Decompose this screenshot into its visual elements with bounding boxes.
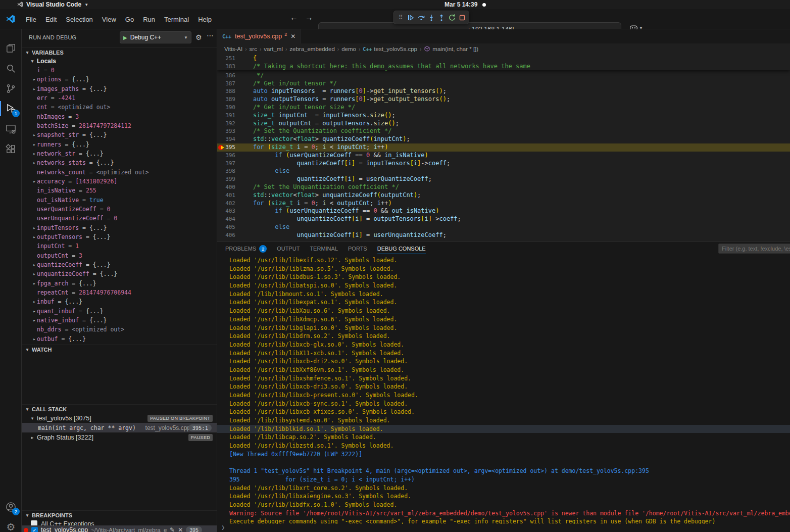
line-number[interactable]: 389	[224, 95, 238, 104]
menu-help[interactable]: Help	[193, 14, 216, 25]
variables-section-header[interactable]: ▾ VARIABLES	[22, 47, 217, 57]
gutter-breakpoint-zone[interactable]	[217, 63, 224, 71]
step-over-button[interactable]	[416, 12, 426, 23]
line-number[interactable]: 397	[224, 160, 238, 168]
twistie-icon[interactable]: ▸	[32, 160, 37, 165]
variable-row-nbImages[interactable]: nbImages = 3	[22, 112, 217, 121]
variable-row-outbuf[interactable]: ▸outbuf = {...}	[22, 334, 217, 344]
gutter-breakpoint-zone[interactable]	[217, 223, 224, 231]
line-number[interactable]: 394	[224, 135, 238, 143]
gutter-breakpoint-zone[interactable]	[217, 72, 224, 80]
twistie-icon[interactable]: ▸	[32, 271, 37, 276]
variable-row-inputCnt[interactable]: inputCnt = 1	[22, 241, 217, 251]
step-into-button[interactable]	[426, 12, 436, 23]
gutter-breakpoint-zone[interactable]	[217, 135, 224, 143]
variable-row-outputCnt[interactable]: outputCnt = 3	[22, 251, 217, 260]
call-stack-thread[interactable]: ▾test_yolov5s [3075]PAUSED ON BREAKPOINT	[22, 413, 217, 423]
menu-go[interactable]: Go	[121, 14, 138, 25]
breakpoint-row[interactable]: ✓test_yolov5s.cpp~/Vitis-AI/src/vart_ml/…	[22, 525, 217, 532]
nav-back-icon[interactable]: ←	[290, 13, 298, 22]
more-actions-icon[interactable]: ⋯	[207, 31, 214, 39]
variable-row-nb_ddrs[interactable]: nb_ddrs = <optimized out>	[22, 325, 217, 334]
activity-item-accounts[interactable]: 2	[0, 497, 22, 517]
launch-config-dropdown[interactable]: ▶ Debug C++ ▼	[120, 31, 191, 43]
twistie-icon[interactable]: ▸	[32, 86, 37, 91]
gutter-breakpoint-zone[interactable]	[217, 127, 224, 135]
gutter-breakpoint-zone[interactable]	[217, 215, 224, 223]
line-number[interactable]: 383	[224, 63, 238, 71]
gutter-breakpoint-zone[interactable]	[217, 152, 224, 160]
stop-button[interactable]	[458, 12, 467, 23]
panel-tab-problems[interactable]: PROBLEMS2	[225, 242, 267, 255]
line-number[interactable]: 388	[224, 87, 238, 95]
restart-button[interactable]	[447, 12, 457, 23]
console-input-prompt[interactable]: ❯	[221, 524, 225, 531]
gutter-breakpoint-zone[interactable]	[217, 120, 224, 128]
breakpoints-section-header[interactable]: ▾ BREAKPOINTS	[22, 510, 217, 519]
panel-tab-debug-console[interactable]: DEBUG CONSOLE	[377, 242, 426, 255]
twistie-icon[interactable]: ▸	[32, 299, 37, 304]
gutter-breakpoint-zone[interactable]	[217, 87, 224, 95]
nav-forward-icon[interactable]: →	[305, 13, 313, 22]
step-out-button[interactable]	[437, 12, 447, 23]
clock[interactable]: Mar 5 14:39	[445, 1, 486, 8]
watch-section-header[interactable]: ▾ WATCH	[22, 345, 217, 354]
gutter-breakpoint-zone[interactable]	[217, 200, 224, 208]
gutter-breakpoint-zone[interactable]	[217, 207, 224, 215]
stack-frame[interactable]: main(int argc, char ** argv)test_yolov5s…	[22, 423, 217, 432]
variable-row-inputTensors[interactable]: ▸inputTensors = {...}	[22, 223, 217, 232]
activity-item-explorer[interactable]	[0, 38, 22, 58]
console-filter-input[interactable]	[718, 244, 790, 254]
line-number[interactable]: 399	[224, 175, 238, 183]
variable-row-in_isNative[interactable]: in_isNative = 255	[22, 186, 217, 195]
line-number[interactable]: 391	[224, 112, 238, 120]
variable-row-snapshot_str[interactable]: ▸snapshot_str = {...}	[22, 130, 217, 139]
breadcrumb-item[interactable]: zebra_embedded	[289, 46, 335, 52]
scope-locals[interactable]: ▾ Locals	[22, 57, 217, 66]
line-number[interactable]: 392	[224, 120, 238, 128]
variable-row-outputTensors[interactable]: ▸outputTensors = {...}	[22, 232, 217, 241]
activity-item-source-control[interactable]	[0, 78, 22, 99]
gutter-breakpoint-zone[interactable]	[217, 112, 224, 120]
variable-row-native_inbuf[interactable]: ▸native_inbuf = {...}	[22, 316, 217, 325]
menu-file[interactable]: File	[21, 14, 41, 25]
gutter-breakpoint-zone[interactable]	[217, 191, 224, 200]
panel-tab-terminal[interactable]: TERMINAL	[310, 242, 338, 255]
panel-tab-output[interactable]: OUTPUT	[277, 242, 300, 255]
variable-row-fpga_arch[interactable]: ▸fpga_arch = {...}	[22, 279, 217, 288]
call-stack-section-header[interactable]: ▾ CALL STACK	[22, 404, 217, 413]
variable-row-userUnquantizeCoeff[interactable]: userUnquantizeCoeff = 0	[22, 214, 217, 223]
variable-row-i[interactable]: i = 0	[22, 66, 217, 75]
variable-row-runners[interactable]: ▸runners = {...}	[22, 140, 217, 149]
call-stack-thread[interactable]: ▸Graph Status [3222]PAUSED	[22, 432, 217, 442]
line-number[interactable]: 400	[224, 183, 238, 191]
twistie-icon[interactable]: ▸	[32, 281, 37, 286]
gutter-breakpoint-zone[interactable]	[217, 80, 224, 88]
variable-row-inbuf[interactable]: ▸inbuf = {...}	[22, 297, 217, 306]
twistie-icon[interactable]: ▸	[32, 77, 37, 82]
variable-row-quant_inbuf[interactable]: ▸quant_inbuf = {...}	[22, 307, 217, 316]
variable-row-network_str[interactable]: ▸network_str = {...}	[22, 149, 217, 158]
menu-terminal[interactable]: Terminal	[160, 14, 193, 25]
variable-row-cnt[interactable]: cnt = <optimized out>	[22, 103, 217, 112]
gutter-breakpoint-zone[interactable]	[217, 55, 224, 63]
activity-item-settings[interactable]: ⚙	[0, 517, 22, 532]
twistie-icon[interactable]: ▸	[32, 225, 37, 230]
gutter-breakpoint-zone[interactable]	[217, 167, 224, 175]
variable-row-out_isNative[interactable]: out_isNative = true	[22, 196, 217, 205]
line-number[interactable]: 393	[224, 127, 238, 135]
gutter-breakpoint-zone[interactable]	[217, 175, 224, 183]
variable-row-unquantizeCoeff[interactable]: ▸unquantizeCoeff = {...}	[22, 269, 217, 278]
breadcrumb-item[interactable]: Vitis-AI	[224, 46, 242, 52]
variable-row-images_paths[interactable]: ▸images_paths = {...}	[22, 84, 217, 93]
line-number[interactable]: 395	[224, 143, 238, 152]
variable-row-err[interactable]: err = -4241	[22, 93, 217, 103]
tab-test-yolov5s[interactable]: C++ test_yolov5s.cpp 2 ✕	[217, 29, 301, 43]
line-number[interactable]: 251	[224, 55, 238, 63]
line-number[interactable]: 386	[224, 72, 238, 80]
activity-item-run-and-debug[interactable]: 1	[0, 99, 22, 119]
edit-pencil-icon[interactable]: ✎	[170, 526, 175, 532]
variable-row-accuracy[interactable]: ▸accuracy = [1431802926]	[22, 177, 217, 186]
menu-view[interactable]: View	[97, 14, 121, 25]
line-number[interactable]: 398	[224, 167, 238, 175]
